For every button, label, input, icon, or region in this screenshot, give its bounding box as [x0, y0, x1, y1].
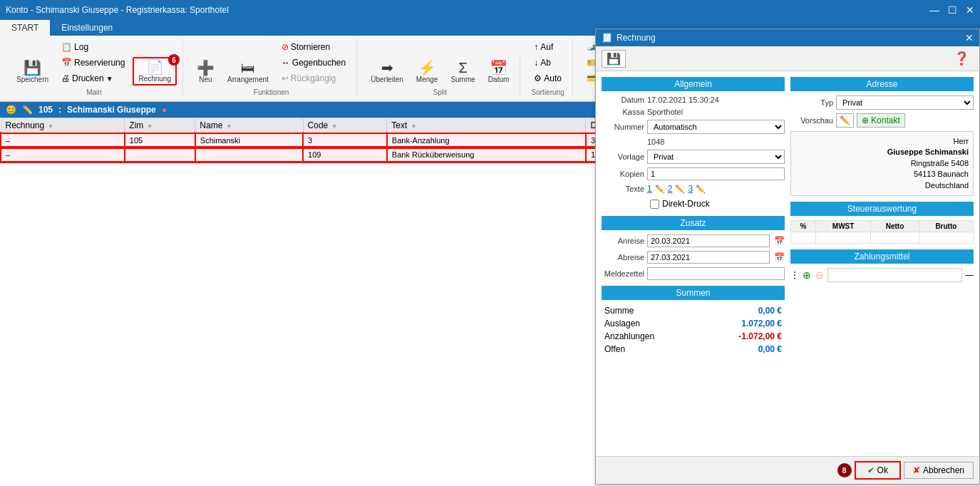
- filter-zim: ▼: [147, 123, 153, 130]
- edit-account-icon[interactable]: ✏️: [22, 105, 33, 115]
- ribbon-group-split-items: ➡ Überleiten ⚡ Menge Σ Summe 📅 Datum: [366, 58, 514, 86]
- stornieren-button[interactable]: ⊘ Stornieren: [277, 40, 351, 54]
- steuer-col-mwst: MWST: [815, 220, 870, 232]
- dialog-title: Rechnung: [617, 33, 656, 43]
- gegenbuchen-icon: ↔: [282, 58, 290, 68]
- save-icon: 💾: [24, 61, 41, 75]
- address-line-1: Herr: [795, 136, 969, 147]
- account-dot: ●: [162, 105, 167, 115]
- cell-zim-1: 105: [125, 133, 195, 148]
- cancel-x-icon: ✘: [913, 465, 920, 475]
- anreise-input[interactable]: [647, 234, 770, 247]
- col-rechnung[interactable]: Rechnung ▼: [1, 118, 125, 134]
- filter-text: ▼: [411, 123, 416, 130]
- rueckgaengig-button[interactable]: ↩ Rückgängig: [277, 71, 351, 86]
- datum-row: Datum 17.02.2021 15:30:24: [602, 95, 785, 104]
- dialog-close-button[interactable]: ✕: [965, 32, 974, 43]
- col-name[interactable]: Name ▼: [195, 118, 303, 134]
- log-button[interactable]: 📋 Log: [56, 40, 130, 54]
- ab-icon: ↓: [534, 58, 538, 68]
- kontakt-button[interactable]: ⊕ Kontakt: [857, 113, 905, 128]
- dialog-save-button[interactable]: 💾: [602, 50, 626, 68]
- auslagen-row: Auslagen 1.072,00 €: [602, 317, 785, 330]
- dialog-help-button[interactable]: ❓: [949, 49, 974, 68]
- auto-button[interactable]: ⚙ Auto: [529, 71, 567, 86]
- maximize-button[interactable]: ☐: [948, 4, 957, 16]
- text-1-link[interactable]: 1: [647, 184, 652, 194]
- account-name: Schimanski Giuseppe: [67, 105, 156, 115]
- typ-select[interactable]: Privat: [836, 95, 974, 110]
- plus-icon: ⊕: [862, 115, 869, 125]
- smiley-icon: 😊: [6, 105, 16, 115]
- account-number: 105: [38, 105, 53, 115]
- reservierung-button[interactable]: 📅 Reservierung: [56, 56, 130, 70]
- window-controls: — ☐ ✕: [929, 4, 974, 16]
- text-1-edit[interactable]: ✏️: [655, 185, 665, 194]
- badge-8: 8: [837, 463, 852, 477]
- arrangement-button[interactable]: 🛏 Arrangement: [222, 58, 274, 86]
- ribbon-group-sortierung: ↑ Auf ↓ Ab ⚙ Auto Sortierung: [523, 38, 573, 98]
- close-button[interactable]: ✕: [966, 4, 974, 16]
- minimize-button[interactable]: —: [929, 4, 939, 16]
- neu-button[interactable]: ➕ Neu: [192, 58, 220, 86]
- drucken-icon: 🖨: [61, 73, 70, 83]
- ueberleiten-button[interactable]: ➡ Überleiten: [366, 58, 408, 86]
- col-text[interactable]: Text ▼: [387, 118, 586, 134]
- ueberleiten-icon: ➡: [381, 61, 393, 75]
- nummer-select[interactable]: Automatisch: [647, 120, 785, 134]
- direkt-druck-checkbox[interactable]: [650, 200, 659, 209]
- allgemein-header: Allgemein: [602, 77, 785, 91]
- meldezettel-row: Meldezettel: [602, 267, 785, 280]
- title-bar: Konto - Schimanski Giuseppe - Registrier…: [0, 0, 980, 20]
- zm-input[interactable]: [827, 268, 962, 282]
- col-zim[interactable]: Zim ▼: [125, 118, 195, 134]
- abbrechen-button[interactable]: ✘ Abbrechen: [904, 462, 974, 479]
- datum-button[interactable]: 📅 Datum: [483, 58, 514, 86]
- log-icon: 📋: [61, 42, 72, 52]
- ribbon-group-funktionen-items: ➕ Neu 🛏 Arrangement ⊘ Stornieren ↔ Gegen…: [192, 40, 351, 86]
- window-title: Konto - Schimanski Giuseppe - Registrier…: [6, 5, 229, 15]
- zm-remove-button[interactable]: ⊖: [815, 269, 825, 281]
- address-line-2: Giuseppe Schimanski: [795, 147, 969, 157]
- summe-row: Summe 0,00 €: [602, 304, 785, 317]
- stornieren-icon: ⊘: [282, 42, 289, 52]
- abreise-input[interactable]: [647, 251, 770, 264]
- zm-scroll: —: [965, 270, 974, 280]
- vorschau-row: Vorschau ✏️ ⊕ Kontakt: [790, 113, 974, 128]
- kassa-row: Kassa Sporthotel: [602, 108, 785, 116]
- dialog-footer: 8 ✔ Ok ✘ Abbrechen: [596, 456, 979, 484]
- col-code[interactable]: Code ▼: [303, 118, 387, 134]
- abreise-calendar-icon[interactable]: 📅: [774, 252, 785, 262]
- auf-button[interactable]: ↑ Auf: [529, 40, 567, 54]
- drucken-button[interactable]: 🖨 Drucken ▼: [56, 71, 130, 86]
- vorschau-edit-button[interactable]: ✏️: [836, 113, 854, 128]
- tab-start[interactable]: START: [0, 20, 50, 36]
- text-2-edit[interactable]: ✏️: [675, 185, 685, 194]
- summe-button[interactable]: Σ Summe: [445, 58, 480, 86]
- ok-button[interactable]: ✔ Ok: [855, 461, 901, 480]
- dialog-body: Allgemein Datum 17.02.2021 15:30:24 Kass…: [596, 71, 979, 456]
- text-3-edit[interactable]: ✏️: [696, 185, 706, 194]
- texte-links: 1 ✏️ 2 ✏️ 3 ✏️: [647, 184, 706, 194]
- zm-add-button[interactable]: ⊕: [802, 269, 812, 281]
- tab-einstellungen[interactable]: Einstellungen: [50, 20, 124, 36]
- text-2-link[interactable]: 2: [668, 184, 673, 194]
- text-3-link[interactable]: 3: [688, 184, 693, 194]
- meldezettel-input[interactable]: [647, 267, 785, 280]
- menge-button[interactable]: ⚡ Menge: [411, 58, 443, 86]
- zahlungsmittel-header: Zahlungsmittel: [790, 249, 974, 264]
- dialog-left-column: Allgemein Datum 17.02.2021 15:30:24 Kass…: [602, 77, 785, 450]
- ab-button[interactable]: ↓ Ab: [529, 56, 567, 70]
- steuer-col-netto: Netto: [871, 220, 919, 232]
- gegenbuchen-button[interactable]: ↔ Gegenbuchen: [277, 56, 351, 70]
- address-box: Herr Giuseppe Schimanski Ringstraße 5408…: [790, 131, 974, 196]
- direkt-druck-row: Direkt-Druck: [602, 197, 785, 210]
- cell-text-1: Bank-Anzahlung: [387, 133, 586, 148]
- auto-icon: ⚙: [534, 73, 542, 83]
- speichern-button[interactable]: 💾 Speichern: [11, 58, 53, 86]
- address-line-5: Deutschland: [795, 180, 969, 191]
- anreise-calendar-icon[interactable]: 📅: [774, 236, 785, 246]
- vorlage-select[interactable]: Privat: [647, 150, 785, 164]
- cell-rechnung-1: –: [1, 133, 125, 148]
- kopien-input[interactable]: [647, 167, 785, 180]
